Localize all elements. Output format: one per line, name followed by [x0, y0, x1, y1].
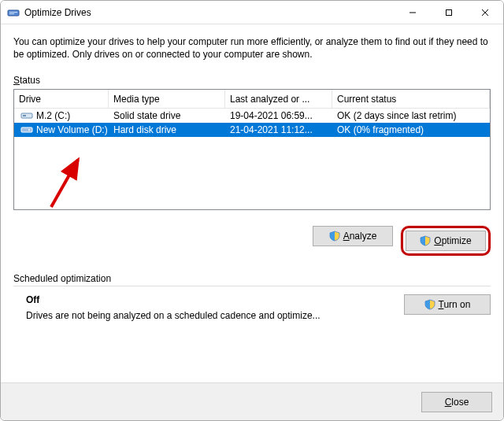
- close-button[interactable]: Close: [421, 392, 492, 412]
- drive-status: OK (2 days since last retrim): [332, 110, 490, 121]
- schedule-state: Off: [26, 294, 404, 305]
- footer: Close: [1, 382, 503, 420]
- column-drive[interactable]: Drive: [14, 90, 109, 108]
- turn-on-button[interactable]: Turn on: [404, 294, 491, 315]
- divider: [13, 286, 491, 286]
- svg-point-10: [28, 129, 30, 131]
- drive-last: 19-04-2021 06:59...: [225, 110, 332, 121]
- analyze-button[interactable]: Analyze: [313, 226, 393, 246]
- drive-name: M.2 (C:): [36, 110, 70, 121]
- svg-rect-4: [447, 9, 452, 15]
- scheduled-optimization-heading: Scheduled optimization: [13, 273, 491, 284]
- svg-rect-0: [8, 10, 19, 16]
- drive-row[interactable]: M.2 (C:) Solid state drive 19-04-2021 06…: [14, 109, 490, 123]
- drive-media: Solid state drive: [109, 110, 225, 121]
- maximize-button[interactable]: [431, 1, 467, 24]
- svg-rect-8: [23, 115, 26, 116]
- close-window-button[interactable]: [467, 1, 503, 24]
- column-current-status[interactable]: Current status: [332, 90, 490, 108]
- ssd-drive-icon: [20, 111, 33, 120]
- column-last-analyzed[interactable]: Last analyzed or ...: [225, 90, 332, 108]
- status-label: Status: [13, 75, 491, 86]
- minimize-button[interactable]: [395, 1, 431, 24]
- schedule-description: Drives are not being analyzed on a sched…: [26, 310, 404, 321]
- drive-name: New Volume (D:): [36, 124, 108, 135]
- column-media[interactable]: Media type: [109, 90, 225, 108]
- drive-status: OK (0% fragmented): [332, 124, 490, 135]
- optimize-highlight-annotation: Optimize: [401, 226, 491, 256]
- titlebar: Optimize Drives: [1, 1, 503, 24]
- window-title: Optimize Drives: [24, 7, 91, 18]
- drive-media: Hard disk drive: [109, 124, 225, 135]
- app-icon: [7, 6, 20, 19]
- svg-rect-9: [21, 127, 32, 132]
- shield-icon: [420, 235, 431, 246]
- action-buttons: Analyze Optimize: [13, 226, 491, 256]
- optimize-button[interactable]: Optimize: [406, 231, 486, 251]
- shield-icon: [329, 231, 340, 242]
- svg-rect-1: [9, 12, 17, 13]
- minimize-icon: [409, 9, 417, 17]
- close-icon: [481, 9, 489, 17]
- content-area: You can optimize your drives to help you…: [1, 24, 503, 331]
- drives-list[interactable]: Drive Media type Last analyzed or ... Cu…: [13, 89, 491, 210]
- svg-rect-2: [9, 13, 14, 14]
- drive-row[interactable]: New Volume (D:) Hard disk drive 21-04-20…: [14, 123, 490, 137]
- intro-text: You can optimize your drives to help you…: [13, 35, 491, 61]
- scheduled-optimization-section: Off Drives are not being analyzed on a s…: [13, 294, 491, 321]
- drive-last: 21-04-2021 11:12...: [225, 124, 332, 135]
- shield-icon: [424, 299, 435, 310]
- hdd-drive-icon: [20, 125, 33, 135]
- drives-list-header[interactable]: Drive Media type Last analyzed or ... Cu…: [14, 90, 490, 109]
- maximize-icon: [445, 9, 453, 17]
